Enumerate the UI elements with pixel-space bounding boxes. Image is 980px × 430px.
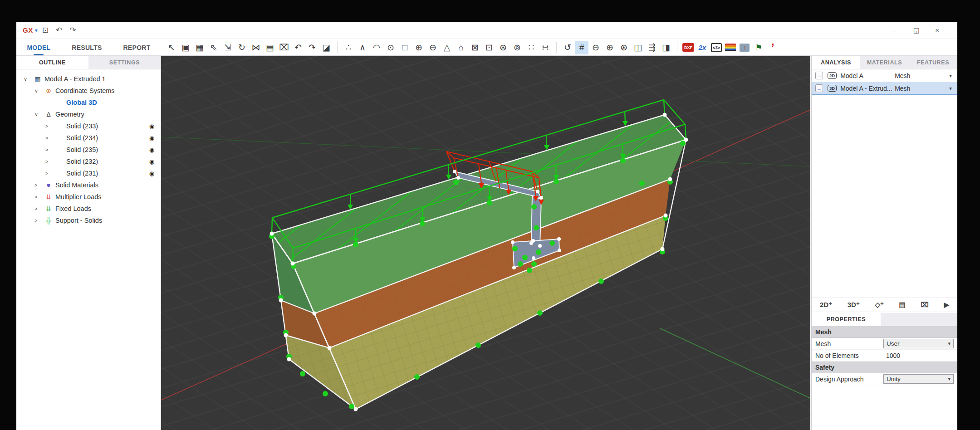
code-icon[interactable]: </>: [711, 43, 722, 52]
measure-icon[interactable]: ⇶: [645, 41, 659, 54]
view-3d-icon[interactable]: ◫: [631, 41, 645, 54]
expander-icon[interactable]: ∨: [34, 112, 44, 117]
sphere-icon[interactable]: ⊕: [412, 41, 426, 54]
polyline-icon[interactable]: ∧: [356, 41, 369, 54]
sweep-icon[interactable]: ⊛: [496, 41, 510, 54]
expander-icon[interactable]: >: [45, 123, 54, 129]
goto-model-icon[interactable]: →: [815, 84, 823, 92]
flag-icon[interactable]: ⚑: [752, 41, 765, 54]
tree-item-geometry[interactable]: ∨ ∆ Geometry: [16, 108, 161, 120]
tree-item-solid-231[interactable]: > Solid (231) ◉: [16, 167, 161, 179]
viewport-3d-canvas[interactable]: [161, 56, 810, 430]
tab-results[interactable]: RESULTS: [71, 42, 103, 53]
elements-count-value[interactable]: 1000: [886, 352, 900, 359]
orbit-icon[interactable]: ↺: [561, 41, 574, 54]
upload-support-icon[interactable]: ↑: [740, 44, 750, 52]
tab-features[interactable]: FEATURES: [909, 56, 957, 69]
soil-layers-icon[interactable]: [725, 44, 736, 51]
cone-icon[interactable]: △: [440, 41, 454, 54]
eraser-icon[interactable]: ◪: [319, 41, 333, 54]
tree-item-coordinate-systems[interactable]: ∨ ⊕ Coordinate Systems: [16, 85, 161, 97]
cylinder-icon[interactable]: ⊖: [426, 41, 440, 54]
design-approach-select[interactable]: Unity ▾: [883, 374, 954, 384]
delete-icon[interactable]: ⌧: [277, 41, 291, 54]
visibility-eye-icon[interactable]: ◉: [149, 147, 154, 153]
tab-report[interactable]: REPORT: [122, 42, 151, 53]
tab-properties[interactable]: PROPERTIES: [812, 313, 881, 326]
box-select-icon[interactable]: ▣: [179, 41, 192, 54]
rectangle-icon[interactable]: □: [398, 41, 412, 54]
close-button[interactable]: ×: [935, 26, 939, 34]
separator[interactable]: [333, 42, 338, 53]
separator[interactable]: [673, 42, 677, 53]
delete-analysis-icon[interactable]: ⌧: [921, 301, 928, 309]
expander-icon[interactable]: >: [45, 135, 54, 141]
redo-quick-icon[interactable]: ↷: [69, 25, 76, 35]
save-icon[interactable]: ⊡: [42, 25, 49, 35]
pyramid-icon[interactable]: ⌂: [454, 41, 468, 54]
solid-box-icon[interactable]: ⊠: [468, 41, 482, 54]
multi-select-icon[interactable]: ▦: [193, 41, 206, 54]
tree-item-solid-232[interactable]: > Solid (232) ◉: [16, 156, 161, 167]
goto-model-icon[interactable]: →: [815, 72, 823, 79]
camera-views-icon[interactable]: ◨: [659, 41, 673, 54]
expander-icon[interactable]: >: [45, 171, 54, 176]
expander-icon[interactable]: ∨: [34, 88, 44, 94]
expander-icon[interactable]: >: [34, 182, 44, 188]
zoom-out-icon[interactable]: ⊖: [589, 41, 603, 54]
tab-analysis[interactable]: ANALYSIS: [812, 56, 860, 69]
add-stage-icon[interactable]: ◇⁺: [875, 301, 884, 309]
boolean-icon[interactable]: ⊚: [510, 41, 524, 54]
point-cloud-icon[interactable]: ∺: [539, 41, 552, 54]
move-icon[interactable]: ⇖: [207, 41, 220, 54]
mesh-select[interactable]: User ▾: [883, 339, 954, 348]
tree-item-support-solids[interactable]: > ╬ Support - Solids: [16, 215, 161, 226]
mesh-dropdown-caret-icon[interactable]: ▾: [949, 85, 952, 92]
tree-item-solid-234[interactable]: > Solid (234) ◉: [16, 132, 161, 144]
rotate-icon[interactable]: ↻: [235, 41, 249, 54]
tab-model[interactable]: MODEL: [26, 42, 51, 53]
mirror-icon[interactable]: ⋈: [249, 41, 263, 54]
grid-toggle-icon[interactable]: #: [575, 41, 588, 54]
scale-icon[interactable]: ⇲: [221, 41, 235, 54]
minimize-button[interactable]: —: [891, 26, 898, 34]
point-array-icon[interactable]: ∷: [524, 41, 538, 54]
add-2d-analysis-icon[interactable]: 2D⁺: [820, 301, 832, 309]
expander-icon[interactable]: >: [34, 206, 44, 211]
tree-item-model-a-extruded-1[interactable]: ∨ ▦ Model A - Extruded 1: [16, 73, 161, 85]
annotate-icon[interactable]: ’: [766, 41, 779, 54]
duplicate-analysis-icon[interactable]: ▤: [899, 301, 906, 309]
tab-materials[interactable]: MATERIALS: [860, 56, 909, 69]
tree-item-multiplier-loads[interactable]: > ⇊ Multiplier Loads: [16, 191, 161, 203]
mesh-dropdown-caret-icon[interactable]: ▾: [949, 73, 952, 79]
expander-icon[interactable]: >: [34, 218, 44, 223]
formula-icon[interactable]: 2x: [696, 41, 709, 54]
tree-item-solid-233[interactable]: > Solid (233) ◉: [16, 120, 161, 132]
mesh-mode-value[interactable]: Mesh: [895, 72, 910, 79]
analysis-row-model-a-extruded[interactable]: → 3D Model A - Extrud... Mesh ▾: [812, 82, 957, 95]
expander-icon[interactable]: >: [45, 159, 54, 164]
zoom-fit-icon[interactable]: ⊛: [617, 41, 631, 54]
points-icon[interactable]: ∴: [342, 41, 355, 54]
circle-icon[interactable]: ⊙: [384, 41, 397, 54]
zoom-in-icon[interactable]: ⊕: [603, 41, 617, 54]
app-menu-caret-icon[interactable]: ▾: [35, 27, 38, 34]
separator[interactable]: [553, 42, 557, 53]
expander-icon[interactable]: >: [45, 147, 54, 152]
visibility-eye-icon[interactable]: ◉: [149, 123, 154, 130]
add-3d-analysis-icon[interactable]: 3D⁺: [848, 301, 860, 309]
undo-icon[interactable]: ↶: [291, 41, 305, 54]
run-analysis-icon[interactable]: ▶: [944, 301, 949, 309]
expander-icon[interactable]: ∨: [24, 76, 33, 82]
tree-item-solid-materials[interactable]: > ● Solid Materials: [16, 179, 161, 191]
restore-button[interactable]: ◱: [913, 26, 920, 34]
visibility-eye-icon[interactable]: ◉: [149, 170, 154, 177]
tab-outline[interactable]: OUTLINE: [16, 56, 88, 69]
tree-item-solid-235[interactable]: > Solid (235) ◉: [16, 144, 161, 156]
visibility-eye-icon[interactable]: ◉: [149, 158, 154, 165]
tree-item-global-3d[interactable]: Global 3D: [16, 97, 161, 108]
mesh-mode-value[interactable]: Mesh: [895, 85, 910, 92]
extrude-icon[interactable]: ⊡: [482, 41, 496, 54]
expander-icon[interactable]: >: [34, 194, 44, 200]
arc-icon[interactable]: ◠: [370, 41, 383, 54]
